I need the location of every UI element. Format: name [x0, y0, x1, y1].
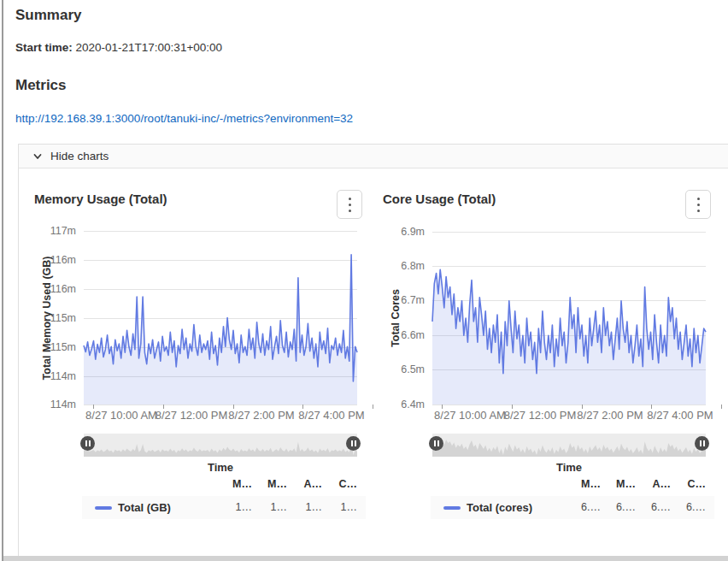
legend-value: 6.…	[604, 501, 639, 513]
legend-value: 6.…	[674, 501, 709, 513]
brush-handle-right[interactable]	[346, 436, 361, 451]
legend-values: 1… 1… 1… 1…	[220, 501, 361, 513]
legend-value: 6.…	[569, 501, 604, 513]
y-tick-label: 6.7m	[401, 294, 425, 306]
x-tick-label: 8/27 12:00 PM	[504, 409, 577, 422]
horizontal-scrollbar[interactable]	[3, 556, 728, 561]
line-chart: 6.9m6.8m6.7m6.6m6.5m6.4m8/27 10:00 AM8/2…	[383, 219, 721, 428]
y-tick-label: 115m	[50, 341, 76, 353]
y-tick-label: 117m	[50, 225, 76, 237]
legend-value: 1…	[326, 501, 361, 513]
start-time-label: Start time:	[15, 41, 73, 54]
series-name: Total (GB)	[118, 501, 171, 514]
start-time-line: Start time: 2020-01-21T17:00:31+00:00	[15, 41, 222, 54]
y-tick-label: 6.9m	[401, 226, 425, 238]
chevron-down-icon	[32, 151, 43, 162]
y-tick-label: 6.8m	[401, 260, 425, 272]
y-tick-label: 116m	[50, 254, 76, 266]
legend-series-row[interactable]: Total (cores) 6.… 6.… 6.… 6.…	[431, 496, 714, 519]
y-tick-label: 115m	[50, 312, 76, 324]
x-tick-label: 8/27 4:00 PM	[647, 409, 713, 422]
legend-col-max: M…	[255, 478, 291, 490]
metrics-link[interactable]: http://192.168.39.1:3000/root/tanuki-inc…	[15, 112, 353, 125]
x-tick-label: 8/27 10:00 AM	[85, 409, 157, 422]
kebab-dot	[349, 210, 351, 212]
x-tick-label: 8/27 4:00 PM	[298, 409, 364, 422]
chart-title: Core Usage (Total)	[383, 192, 496, 206]
legend-col-min: M…	[569, 478, 604, 490]
y-tick-label: 6.5m	[401, 363, 425, 375]
legend-col-current: C…	[674, 478, 709, 490]
y-tick-label: 116m	[50, 283, 76, 295]
kebab-dot	[349, 198, 351, 200]
hide-charts-toggle[interactable]: Hide charts	[19, 145, 728, 168]
start-time-value: 2020-01-21T17:00:31+00:00	[76, 41, 223, 54]
brush-handle-left[interactable]	[429, 436, 443, 451]
brush-handle-right[interactable]	[695, 436, 709, 451]
legend-col-avg: A…	[291, 478, 326, 490]
chart-kebab-menu-button[interactable]	[685, 190, 711, 219]
brush-minimap	[84, 434, 357, 457]
y-tick-label: 6.6m	[401, 329, 425, 341]
brush-minimap	[432, 434, 706, 457]
series-name: Total (cores)	[467, 501, 532, 514]
legend-column-headers: M… M… A… C…	[569, 478, 709, 490]
kebab-dot	[697, 198, 700, 200]
legend-col-avg: A…	[639, 478, 674, 490]
y-tick-label: 6.4m	[401, 399, 425, 410]
core-usage-chart-card: Core Usage (Total) Total Cores 6.9m6.8m6…	[383, 185, 716, 520]
legend-value: 6.…	[639, 501, 674, 513]
kebab-dot	[349, 204, 351, 206]
series-swatch-icon	[443, 506, 461, 510]
legend-col-min: M…	[220, 478, 255, 490]
metrics-heading: Metrics	[15, 77, 67, 94]
series-area	[84, 255, 357, 405]
x-tick-label: 8/27 12:00 PM	[156, 409, 228, 422]
legend-time-label: Time	[432, 461, 706, 474]
legend-col-max: M…	[604, 478, 639, 490]
x-tick-label: 8/27 2:00 PM	[577, 409, 643, 422]
legend-value: 1…	[220, 501, 255, 513]
kebab-dot	[697, 210, 700, 212]
summary-heading: Summary	[15, 7, 81, 24]
legend-value: 1…	[291, 501, 326, 513]
legend-series-row[interactable]: Total (GB) 1… 1… 1… 1…	[82, 496, 366, 519]
brush-handle-left[interactable]	[80, 436, 95, 451]
x-tick-label: 8/27 2:00 PM	[228, 409, 294, 422]
time-range-brush[interactable]	[432, 434, 706, 457]
legend-column-headers: M… M… A… C…	[220, 478, 361, 490]
kebab-dot	[697, 204, 700, 206]
time-range-brush[interactable]	[84, 434, 357, 457]
legend-value: 1…	[255, 501, 291, 513]
y-tick-label: 114m	[50, 399, 76, 410]
x-tick-label: 8/27 10:00 AM	[434, 409, 506, 422]
chart-title: Memory Usage (Total)	[34, 192, 167, 206]
legend-col-current: C…	[326, 478, 361, 490]
legend-values: 6.… 6.… 6.… 6.…	[569, 501, 709, 513]
series-swatch-icon	[95, 506, 112, 510]
memory-usage-chart-card: Memory Usage (Total) Total Memory Used (…	[34, 185, 367, 520]
chart-kebab-menu-button[interactable]	[337, 190, 362, 219]
y-tick-label: 114m	[50, 370, 76, 382]
legend-time-label: Time	[84, 461, 357, 474]
hide-charts-label: Hide charts	[50, 150, 109, 162]
line-chart: 117m116m116m115m115m114m114m8/27 10:00 A…	[34, 219, 373, 428]
window-edge-divider	[2, 0, 3, 561]
